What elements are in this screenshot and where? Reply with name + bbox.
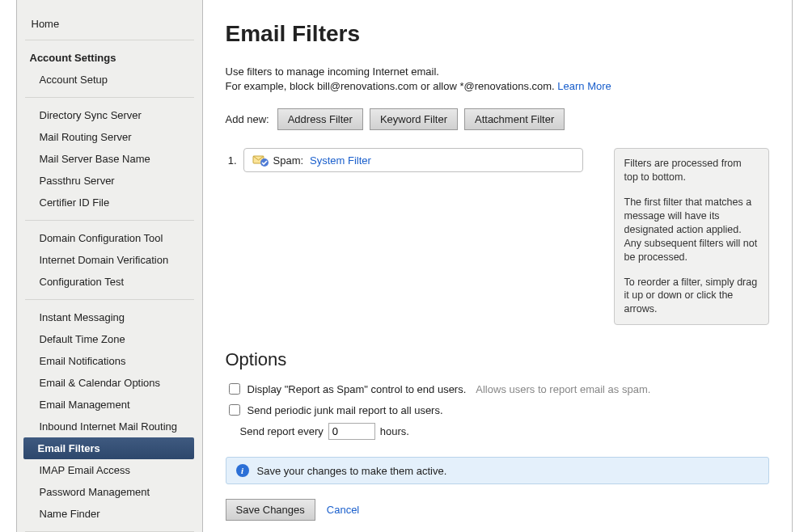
page-title: Email Filters [226, 21, 769, 47]
add-new-row: Add new: Address Filter Keyword Filter A… [226, 108, 769, 130]
info-p2: The first filter that matches a message … [624, 196, 759, 264]
sidebar-home[interactable]: Home [25, 15, 194, 33]
learn-more-link[interactable]: Learn More [557, 80, 611, 92]
periodic-report-checkbox[interactable] [229, 404, 240, 416]
sidebar-item-password-management[interactable]: Password Management [25, 481, 194, 503]
options-heading: Options [226, 349, 769, 370]
filter-list: 1. Spam: System Filter [226, 148, 585, 172]
sidebar-item-email-notifications[interactable]: Email Notifications [25, 350, 194, 372]
mail-filter-icon [252, 154, 267, 167]
sidebar-item-passthru-server[interactable]: Passthru Server [25, 170, 194, 192]
sidebar-item-imap-email-access[interactable]: IMAP Email Access [25, 459, 194, 481]
sidebar-item-instant-messaging[interactable]: Instant Messaging [25, 306, 194, 328]
send-every-pre: Send report every [240, 425, 324, 437]
divider [25, 220, 194, 221]
divider [25, 97, 194, 98]
notice-text: Save your changes to make them active. [257, 465, 447, 477]
send-every-post: hours. [380, 425, 409, 437]
info-icon: i [236, 464, 249, 477]
sidebar-item-certifier-id-file[interactable]: Certifier ID File [25, 192, 194, 213]
filter-card[interactable]: Spam: System Filter [243, 148, 583, 172]
filter-number: 1. [226, 154, 237, 167]
sidebar: Home Account Settings Account Setup Dire… [17, 0, 203, 532]
display-spam-checkbox[interactable] [229, 383, 240, 395]
sidebar-item-internet-domain-verification[interactable]: Internet Domain Verification [25, 249, 194, 271]
display-spam-hint: Allows users to report email as spam. [476, 383, 650, 395]
save-notice: i Save your changes to make them active. [226, 457, 769, 484]
divider [25, 40, 194, 40]
desc-line-2: For example, block bill@renovations.com … [226, 80, 555, 92]
periodic-report-label: Send periodic junk mail report to all us… [247, 404, 443, 416]
sidebar-item-name-finder[interactable]: Name Finder [25, 503, 194, 525]
info-p3: To reorder a filter, simply drag it up o… [624, 276, 759, 317]
action-row: Save Changes Cancel [226, 499, 769, 521]
sidebar-item-configuration-test[interactable]: Configuration Test [25, 271, 194, 293]
filter-label: Spam: [273, 154, 304, 167]
display-spam-label: Display "Report as Spam" control to end … [247, 383, 467, 395]
sidebar-item-account-setup[interactable]: Account Setup [25, 69, 194, 91]
address-filter-button[interactable]: Address Filter [277, 108, 363, 130]
sidebar-item-inbound-internet-mail-routing[interactable]: Inbound Internet Mail Routing [25, 416, 194, 437]
sidebar-item-directory-sync-server[interactable]: Directory Sync Server [25, 104, 194, 126]
sidebar-item-mail-routing-server[interactable]: Mail Routing Server [25, 126, 194, 148]
info-box: Filters are processed from top to bottom… [614, 148, 769, 325]
divider [25, 299, 194, 300]
sidebar-item-email-management[interactable]: Email Management [25, 394, 194, 416]
option-display-spam: Display "Report as Spam" control to end … [226, 378, 769, 399]
sidebar-section-title: Account Settings [25, 47, 194, 69]
sidebar-item-domain-configuration-tool[interactable]: Domain Configuration Tool [25, 227, 194, 249]
main-content: Email Filters Use filters to manage inco… [203, 0, 792, 532]
keyword-filter-button[interactable]: Keyword Filter [370, 108, 458, 130]
report-hours-input[interactable] [328, 423, 375, 440]
app-frame: Home Account Settings Account Setup Dire… [16, 0, 793, 532]
filter-link[interactable]: System Filter [310, 154, 371, 167]
sidebar-item-email-filters[interactable]: Email Filters [23, 437, 194, 459]
filter-row: 1. Spam: System Filter [226, 148, 585, 172]
desc-line-1: Use filters to manage incoming Internet … [226, 65, 439, 78]
cancel-link[interactable]: Cancel [327, 504, 359, 516]
attachment-filter-button[interactable]: Attachment Filter [464, 108, 565, 130]
sidebar-item-default-time-zone[interactable]: Default Time Zone [25, 328, 194, 350]
page-description: Use filters to manage incoming Internet … [226, 65, 769, 94]
filter-area: 1. Spam: System Filter [226, 148, 769, 325]
add-new-label: Add new: [226, 113, 269, 125]
save-changes-button[interactable]: Save Changes [226, 499, 315, 521]
option-periodic-report: Send periodic junk mail report to all us… [226, 399, 769, 420]
option-report-interval: Send report every hours. [240, 420, 769, 442]
sidebar-item-email-calendar-options[interactable]: Email & Calendar Options [25, 372, 194, 394]
info-p1: Filters are processed from top to bottom… [624, 157, 759, 184]
sidebar-item-mail-server-base-name[interactable]: Mail Server Base Name [25, 148, 194, 170]
